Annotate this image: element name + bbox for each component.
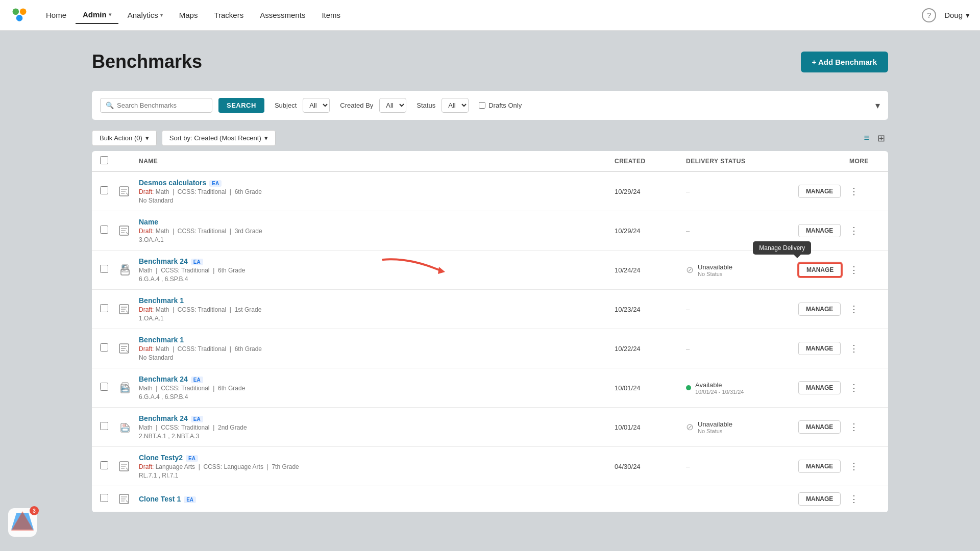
nav-item-maps[interactable]: Maps <box>172 7 205 23</box>
created-date: 10/01/24 <box>615 423 686 431</box>
add-benchmark-button[interactable]: + Add Benchmark <box>801 52 888 72</box>
item-name-link[interactable]: Benchmark 1 <box>139 336 184 344</box>
manage-button[interactable]: MANAGE <box>798 263 842 277</box>
collapse-button[interactable]: ▾ <box>875 100 880 111</box>
created-date: 10/29/24 <box>615 227 686 235</box>
filters-row: 🔍 SEARCH Subject All Created By All Stat… <box>92 91 888 120</box>
app-logo[interactable] <box>10 6 29 24</box>
row-name-cell: Desmos calculatorsEA Draft: Math | CCSS:… <box>139 178 615 205</box>
more-cell: ⋮ <box>849 343 880 354</box>
bulk-action-button[interactable]: Bulk Action (0) ▾ <box>92 130 157 146</box>
row-checkbox[interactable] <box>100 343 108 352</box>
row-checkbox[interactable] <box>100 304 108 312</box>
manage-button[interactable]: MANAGE <box>798 185 841 198</box>
created-date: 04/30/24 <box>615 463 686 470</box>
item-name-link[interactable]: Clone Testy2 <box>139 454 183 462</box>
item-name-link[interactable]: Benchmark 1 <box>139 296 184 305</box>
delivery-status: ⊘ Unavailable No Status <box>686 263 798 277</box>
row-checkbox[interactable] <box>100 265 108 273</box>
status-select[interactable]: All <box>442 98 469 113</box>
user-menu[interactable]: Doug ▾ <box>944 11 970 20</box>
search-input[interactable] <box>117 102 207 109</box>
row-checkbox[interactable] <box>100 494 108 502</box>
item-standard: 6.G.A.4 , 6.SP.B.4 <box>139 393 188 400</box>
more-button[interactable]: ⋮ <box>849 304 859 315</box>
help-button[interactable]: ? <box>922 8 936 22</box>
manage-button[interactable]: MANAGE <box>798 492 841 506</box>
search-button[interactable]: SEARCH <box>218 98 264 113</box>
row-name-cell: Clone Testy2EA Draft: Language Arts | CC… <box>139 453 615 480</box>
item-meta: Draft: Math | CCSS: Traditional | 1st Gr… <box>139 306 615 313</box>
row-checkbox-cell <box>100 422 118 432</box>
item-meta: Draft: Math | CCSS: Traditional | 6th Gr… <box>139 345 615 353</box>
table-header: NAME CREATED DELIVERY STATUS MORE <box>92 151 888 172</box>
bulk-action-chevron-icon: ▾ <box>145 134 149 142</box>
svg-point-1 <box>20 8 27 15</box>
item-name-link[interactable]: Benchmark 24 <box>139 257 188 265</box>
created-date: 10/23/24 <box>615 306 686 313</box>
row-checkbox[interactable] <box>100 383 108 391</box>
row-checkbox[interactable] <box>100 226 108 234</box>
row-icon <box>118 263 139 277</box>
more-button[interactable]: ⋮ <box>849 382 859 393</box>
item-meta: Math | CCSS: Traditional | 2nd Grade <box>139 424 615 431</box>
item-name-link[interactable]: Name <box>139 218 158 226</box>
created-date: 10/22/24 <box>615 345 686 353</box>
nav-item-assessments[interactable]: Assessments <box>253 7 312 23</box>
nav-item-home[interactable]: Home <box>39 7 74 23</box>
item-name-link[interactable]: Benchmark 24 <box>139 414 188 422</box>
more-button[interactable]: ⋮ <box>849 493 859 505</box>
row-name-cell: Benchmark 24EA Math | CCSS: Traditional … <box>139 257 615 283</box>
delivery-col-header: DELIVERY STATUS <box>686 158 798 165</box>
ea-badge: EA <box>184 496 196 503</box>
item-name-link[interactable]: Desmos calculators <box>139 179 206 187</box>
created-by-select[interactable]: All <box>379 98 406 113</box>
item-meta: Draft: Math | CCSS: Traditional | 6th Gr… <box>139 188 615 195</box>
more-button[interactable]: ⋮ <box>849 186 859 197</box>
manage-button[interactable]: MANAGE <box>798 303 841 316</box>
more-button[interactable]: ⋮ <box>849 343 859 354</box>
svg-point-2 <box>16 15 23 21</box>
nav-item-analytics[interactable]: Analytics ▾ <box>120 7 170 23</box>
ea-badge: EA <box>209 180 222 187</box>
nav-item-admin[interactable]: Admin ▾ <box>76 6 118 24</box>
subject-select[interactable]: All <box>303 98 330 113</box>
more-button[interactable]: ⋮ <box>849 461 859 472</box>
item-meta: Draft: Language Arts | CCSS: Language Ar… <box>139 463 615 470</box>
delivery-status: Available 10/01/24 - 10/31/24 <box>686 381 798 395</box>
table-row: Desmos calculatorsEA Draft: Math | CCSS:… <box>92 172 888 211</box>
more-cell: ⋮ <box>849 382 880 393</box>
row-checkbox[interactable] <box>100 422 108 430</box>
more-cell: ⋮ <box>849 304 880 315</box>
row-checkbox[interactable] <box>100 186 108 194</box>
manage-button[interactable]: MANAGE <box>798 460 841 473</box>
manage-button[interactable]: MANAGE <box>798 342 841 355</box>
status-text-block: Unavailable No Status <box>698 420 732 434</box>
app-icon-container[interactable]: 3 <box>8 508 37 539</box>
item-standard: RL.7.1 , RI.7.1 <box>139 472 178 479</box>
manage-button[interactable]: MANAGE <box>798 420 841 434</box>
row-checkbox[interactable] <box>100 461 108 469</box>
grid-view-button[interactable]: ⊞ <box>874 131 888 146</box>
manage-cell: MANAGE <box>798 303 849 316</box>
manage-cell: MANAGE <box>798 460 849 473</box>
sort-button[interactable]: Sort by: Created (Most Recent) ▾ <box>162 130 276 146</box>
more-button[interactable]: ⋮ <box>849 225 859 236</box>
manage-button[interactable]: MANAGE <box>798 381 841 394</box>
row-checkbox-cell <box>100 461 118 471</box>
drafts-only-checkbox[interactable] <box>479 102 485 109</box>
row-name-cell: Benchmark 1 Draft: Math | CCSS: Traditio… <box>139 296 615 322</box>
list-view-button[interactable]: ≡ <box>861 131 872 146</box>
manage-button[interactable]: MANAGE <box>798 224 841 237</box>
more-button[interactable]: ⋮ <box>849 421 859 433</box>
nav-item-items[interactable]: Items <box>314 7 348 23</box>
select-all-checkbox[interactable] <box>100 156 108 164</box>
item-name-link[interactable]: Clone Test 1 <box>139 495 181 503</box>
more-cell: ⋮ <box>849 493 880 505</box>
row-icon <box>118 461 139 472</box>
drafts-only-label[interactable]: Drafts Only <box>479 102 522 109</box>
manage-cell: MANAGE <box>798 420 849 434</box>
nav-item-trackers[interactable]: Trackers <box>207 7 251 23</box>
more-button[interactable]: ⋮ <box>849 264 859 276</box>
item-name-link[interactable]: Benchmark 24 <box>139 375 188 383</box>
